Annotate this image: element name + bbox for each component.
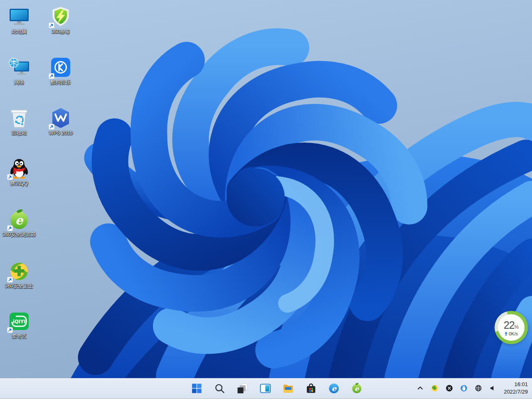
- svg-text:e: e: [355, 384, 359, 392]
- desktop-icon-tencent-qq[interactable]: 腾讯QQ: [0, 158, 38, 186]
- shortcut-arrow-icon: [49, 124, 54, 130]
- qq-penguin-icon: [8, 158, 30, 179]
- clock-time: 16:01: [514, 381, 528, 388]
- task-view-icon: [236, 383, 248, 394]
- internet-explorer-icon: e: [328, 383, 339, 394]
- widgets-icon: [259, 383, 271, 394]
- search-icon: [214, 383, 225, 394]
- icon-label: 回收站: [12, 130, 27, 136]
- wps-2019-icon: [50, 107, 71, 129]
- microsoft-store-button[interactable]: [303, 380, 319, 396]
- recycle-bin-icon: [8, 107, 30, 129]
- desktop-icon-iqiyi[interactable]: iQIYI 爱奇艺: [0, 310, 38, 339]
- 360-safeguard-tray-icon: [431, 384, 438, 392]
- shortcut-arrow-icon: [7, 174, 13, 180]
- svg-text:e: e: [331, 384, 337, 392]
- desktop-icon-360-safeguard[interactable]: 360安全卫士: [0, 260, 38, 289]
- 360-browser-icon: e: [351, 383, 362, 394]
- desktop-icon-360-antivirus[interactable]: 360杀毒: [42, 6, 80, 34]
- upload-arrow-icon: [505, 332, 507, 336]
- tray-black-x-app[interactable]: [445, 383, 454, 393]
- task-view-button[interactable]: [234, 380, 250, 396]
- 360-browser-icon: e: [8, 209, 30, 230]
- network-globe-icon: [475, 384, 482, 392]
- file-explorer-icon: [282, 383, 293, 394]
- shortcut-arrow-icon: [7, 225, 13, 231]
- icon-label: 此电脑: [12, 29, 27, 34]
- memory-percent: 22%: [504, 319, 519, 331]
- qq-tray-icon: [460, 384, 468, 392]
- network-speed: 0K/s: [505, 331, 518, 336]
- icon-label: 酷狗音乐: [51, 79, 71, 85]
- black-x-tray-icon: [446, 384, 453, 392]
- search-button[interactable]: [212, 380, 227, 396]
- system-tray: 16:01 2022/7/29: [416, 378, 530, 398]
- tray-qq[interactable]: [459, 383, 468, 393]
- windows11-bloom-wallpaper: [0, 0, 532, 378]
- volume-icon: [489, 384, 497, 392]
- clock-date: 2022/7/29: [504, 388, 528, 396]
- 360-speed-ball-widget[interactable]: 22% 0K/s: [495, 311, 528, 344]
- microsoft-store-icon: [305, 383, 316, 394]
- 360-antivirus-shield-icon: [50, 6, 71, 27]
- icon-label: 360安全浏览器: [2, 232, 36, 237]
- icon-label: 爱奇艺: [12, 333, 27, 339]
- this-pc-icon: [8, 6, 30, 27]
- desktop-icon-360-secure-browser[interactable]: e 360安全浏览器: [0, 209, 38, 237]
- icon-label: 360杀毒: [52, 29, 70, 34]
- taskbar: e e: [0, 378, 532, 399]
- speed-ball-face: 22% 0K/s: [498, 314, 525, 341]
- file-explorer-button[interactable]: [280, 380, 296, 396]
- 360-browser-taskbar-button[interactable]: e: [349, 380, 365, 396]
- windows-desktop: { "desktop": { "icons": [ {"name": "this…: [0, 0, 532, 399]
- svg-text:e: e: [15, 213, 24, 227]
- shortcut-arrow-icon: [7, 277, 13, 283]
- 360-safeguard-icon: [8, 260, 30, 282]
- desktop-icon-wps-2019[interactable]: WPS 2019: [42, 107, 80, 136]
- tray-360-safeguard[interactable]: [430, 383, 439, 393]
- start-button[interactable]: [189, 380, 204, 396]
- tray-network[interactable]: [474, 383, 483, 393]
- network-icon: [8, 57, 30, 78]
- start-icon: [191, 383, 202, 394]
- shortcut-arrow-icon: [49, 73, 54, 79]
- shortcut-arrow-icon: [7, 327, 13, 333]
- icon-label: 360安全卫士: [5, 283, 33, 289]
- kugou-music-icon: [50, 57, 71, 78]
- svg-text:iQIYI: iQIYI: [13, 319, 26, 325]
- tray-overflow-button[interactable]: [416, 383, 425, 393]
- desktop-icon-network[interactable]: 网络: [0, 57, 38, 85]
- tray-volume[interactable]: [488, 383, 498, 393]
- desktop-area: 此电脑 360杀毒 网络 酷狗音乐: [0, 0, 532, 378]
- desktop-icon-this-pc[interactable]: 此电脑: [0, 6, 38, 34]
- taskbar-center-icons: e e: [189, 378, 365, 398]
- icon-label: 腾讯QQ: [10, 180, 28, 186]
- icon-label: 网络: [14, 79, 24, 85]
- taskbar-clock[interactable]: 16:01 2022/7/29: [503, 381, 530, 395]
- internet-explorer-button[interactable]: e: [326, 380, 342, 396]
- iqiyi-icon: iQIYI: [8, 310, 30, 332]
- chevron-up-icon: [416, 384, 424, 392]
- desktop-icon-recycle-bin[interactable]: 回收站: [0, 107, 38, 136]
- desktop-icon-kugou-music[interactable]: 酷狗音乐: [42, 57, 80, 85]
- shortcut-arrow-icon: [49, 22, 54, 28]
- widgets-button[interactable]: [257, 380, 273, 396]
- icon-label: WPS 2019: [49, 130, 72, 136]
